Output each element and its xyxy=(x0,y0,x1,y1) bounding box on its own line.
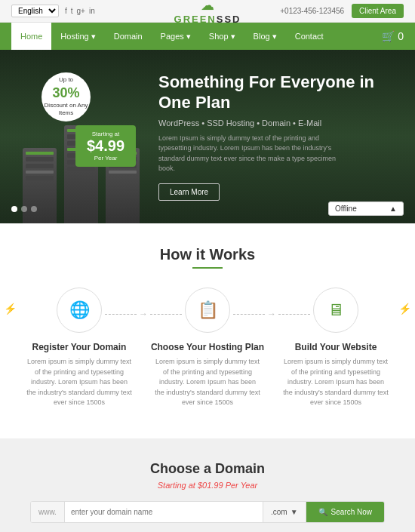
price-starting-label: Starting at xyxy=(92,131,119,137)
dot-2[interactable] xyxy=(21,206,27,212)
step-2-desc: Lorem ipsum is simply dummy text of the … xyxy=(155,357,260,408)
domain-ext-selector[interactable]: .com ▼ xyxy=(263,502,306,522)
language-select[interactable]: English xyxy=(11,5,59,17)
main-nav: Home Hosting ▾ Domain Pages ▾ Shop ▾ Blo… xyxy=(0,23,415,50)
hero-section: Up to 30% Discount on Any Items Starting… xyxy=(0,50,415,223)
domain-search-bar: www. .com ▼ 🔍 Search Now xyxy=(30,501,385,523)
steps-row: ⚡ 🌐 → Register Your Domain Lorem ipsum i… xyxy=(15,288,400,408)
how-title: How it Works xyxy=(15,246,400,263)
nav-domain[interactable]: Domain xyxy=(105,23,152,50)
top-bar-right: +0123-456-123456 Client Area xyxy=(280,4,404,18)
domain-icon: 🌐 xyxy=(69,300,90,320)
hero-title: Something For Everyone in One Plan xyxy=(158,72,400,112)
facebook-icon[interactable]: f xyxy=(65,7,67,15)
search-icon: 🔍 xyxy=(318,508,327,516)
nav-pages[interactable]: Pages ▾ xyxy=(152,23,200,50)
top-bar: English f t g+ in ☁ GREENSSD +0123-456-1… xyxy=(0,0,415,23)
cart-symbol: 🛒 xyxy=(382,30,395,42)
price-period: Per Year xyxy=(94,155,118,161)
hero-subtitle: WordPress • SSD Hosting • Domain • E-Mai… xyxy=(158,118,400,128)
server-slot xyxy=(26,164,54,168)
plug-left-icon: ⚡ xyxy=(4,303,17,315)
social-icons: f t g+ in xyxy=(65,7,95,15)
step-3-desc: Lorem ipsum is simply dummy text of the … xyxy=(283,357,389,408)
status-label: Offline xyxy=(335,204,357,213)
client-area-button[interactable]: Client Area xyxy=(352,4,404,18)
domain-subtitle: Starting at $01.99 Per Year xyxy=(15,481,400,490)
step-2: 📋 → Choose Your Hosting Plan Lorem ipsum… xyxy=(143,288,272,408)
logo-icon: ☁ xyxy=(201,0,214,14)
plug-right-icon: ⚡ xyxy=(398,303,411,315)
server-slot xyxy=(67,167,95,171)
connector-line xyxy=(233,314,265,315)
hosting-icon: 📋 xyxy=(198,300,218,320)
dot-3[interactable] xyxy=(31,206,37,212)
server-light xyxy=(26,152,54,155)
domain-ext-value: .com xyxy=(271,508,287,516)
domain-search-button[interactable]: 🔍 Search Now xyxy=(306,502,384,522)
step-2-icon-wrap: 📋 xyxy=(185,288,230,333)
logo: ☁ GREENSSD xyxy=(174,0,241,25)
nav-shop[interactable]: Shop ▾ xyxy=(200,23,244,50)
phone-number: +0123-456-123456 xyxy=(280,7,344,15)
step-1-desc: Lorem ipsum is simply dummy text of the … xyxy=(26,357,132,408)
nav-contact[interactable]: Contact xyxy=(286,23,333,50)
step-1: ⚡ 🌐 → Register Your Domain Lorem ipsum i… xyxy=(15,288,143,408)
price-badge: Starting at $4.99 Per Year xyxy=(75,125,136,167)
domain-price: $01.99 xyxy=(198,481,223,490)
server-light-off xyxy=(26,171,54,174)
step-3: 🖥 ⚡ Build Your Website Lorem ipsum is si… xyxy=(272,288,400,408)
badge-percent: 30% xyxy=(52,85,79,102)
hero-dots xyxy=(11,206,37,212)
dropdown-arrow-icon: ▼ xyxy=(290,508,298,516)
linkedin-icon[interactable]: in xyxy=(89,7,95,15)
learn-more-button[interactable]: Learn More xyxy=(158,183,220,201)
hero-content: Something For Everyone in One Plan WordP… xyxy=(158,57,415,216)
nav-blog[interactable]: Blog ▾ xyxy=(244,23,286,50)
twitter-icon[interactable]: t xyxy=(71,7,73,15)
step-2-title: Choose Your Hosting Plan xyxy=(151,342,264,352)
step-3-title: Build Your Website xyxy=(295,342,377,352)
hero-description: Lorem Ipsum is simply dummy text of the … xyxy=(158,134,347,174)
hero-price: $4.99 xyxy=(87,137,124,155)
hero-bottom: Offline ▲ xyxy=(0,201,415,216)
server-slot xyxy=(26,176,54,180)
nav-home[interactable]: Home xyxy=(11,23,51,50)
discount-badge: Up to 30% Discount on Any Items xyxy=(42,72,91,121)
top-bar-left: English f t g+ in xyxy=(11,5,95,17)
nav-hosting[interactable]: Hosting ▾ xyxy=(51,23,104,50)
how-section: How it Works ⚡ 🌐 → Register Your Domain … xyxy=(0,223,415,438)
badge-top-text: Up to xyxy=(59,76,73,84)
server-slot xyxy=(26,157,54,161)
cart-count: 0 xyxy=(398,30,404,42)
connector-line xyxy=(105,314,137,315)
domain-input[interactable] xyxy=(65,502,263,522)
dot-1[interactable] xyxy=(11,206,17,212)
title-underline xyxy=(192,267,223,269)
status-dropdown[interactable]: Offline ▲ xyxy=(328,201,404,216)
dropdown-arrow-icon: ▲ xyxy=(389,204,397,213)
step-3-icon-wrap: 🖥 xyxy=(313,288,358,333)
www-label: www. xyxy=(31,502,65,522)
step-1-title: Register Your Domain xyxy=(32,342,127,352)
domain-section: Choose a Domain Starting at $01.99 Per Y… xyxy=(0,438,415,533)
website-icon: 🖥 xyxy=(327,300,344,320)
googleplus-icon[interactable]: g+ xyxy=(77,7,85,15)
server-light-off xyxy=(109,171,137,174)
search-btn-label: Search Now xyxy=(331,508,372,516)
badge-bottom-text: Discount on Any Items xyxy=(42,102,91,118)
step-1-icon-wrap: 🌐 xyxy=(57,288,102,333)
domain-title: Choose a Domain xyxy=(15,461,400,477)
cart-icon[interactable]: 🛒 0 xyxy=(382,30,404,42)
logo-text: GREENSSD xyxy=(174,14,241,25)
